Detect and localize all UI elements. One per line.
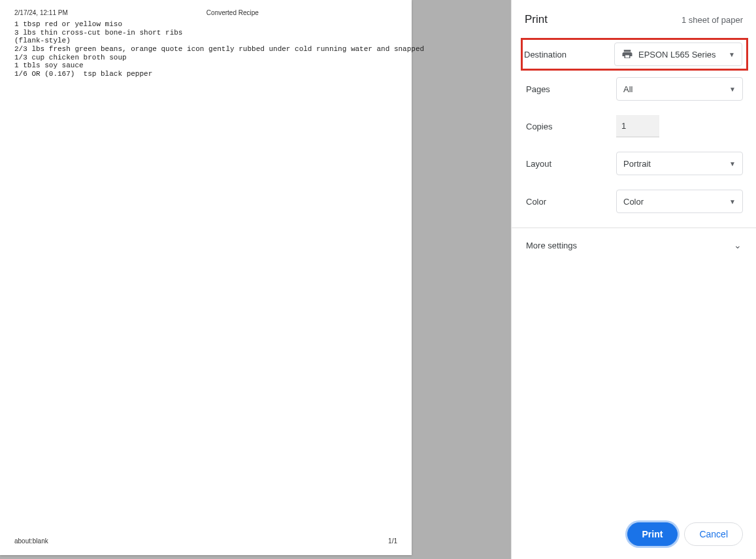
pages-select[interactable]: All ▼ — [616, 77, 743, 101]
color-value: Color — [623, 197, 644, 207]
cancel-button[interactable]: Cancel — [684, 522, 743, 546]
copies-row: Copies — [525, 115, 743, 137]
more-settings-toggle[interactable]: More settings ⌄ — [525, 228, 743, 262]
layout-row: Layout Portrait ▼ — [525, 152, 743, 175]
layout-value: Portrait — [623, 159, 651, 169]
pages-label: Pages — [525, 84, 616, 94]
page-header: 2/17/24, 12:11 PM Converted Recipe — [0, 0, 412, 16]
color-label: Color — [525, 197, 616, 207]
pages-value: All — [623, 84, 633, 94]
chevron-down-icon: ▼ — [729, 160, 736, 167]
print-button[interactable]: Print — [627, 522, 678, 546]
page-footer-left: about:blank — [14, 537, 48, 545]
print-preview-area: 2/17/24, 12:11 PM Converted Recipe 1 tbs… — [0, 0, 511, 559]
preview-page[interactable]: 2/17/24, 12:11 PM Converted Recipe 1 tbs… — [0, 0, 412, 555]
destination-label: Destination — [523, 50, 614, 59]
printer-icon — [621, 48, 633, 60]
pages-row: Pages All ▼ — [525, 77, 743, 101]
color-select[interactable]: Color ▼ — [616, 190, 743, 213]
layout-label: Layout — [525, 159, 616, 169]
chevron-down-icon: ⌄ — [734, 240, 742, 250]
print-sidebar: Print 1 sheet of paper Destination EPSON… — [511, 0, 756, 559]
copies-label: Copies — [525, 122, 616, 131]
chevron-down-icon: ▼ — [729, 86, 736, 93]
sidebar-header: Print 1 sheet of paper — [525, 13, 743, 26]
destination-row-highlight: Destination EPSON L565 Series ▼ — [521, 38, 748, 71]
sheet-count: 1 sheet of paper — [682, 15, 743, 25]
footer-buttons: Print Cancel — [512, 511, 756, 559]
color-row: Color Color ▼ — [525, 190, 743, 213]
sidebar-title: Print — [525, 13, 548, 26]
layout-select[interactable]: Portrait ▼ — [616, 152, 743, 175]
page-footer-right: 1/1 — [388, 537, 397, 545]
copies-input[interactable] — [616, 115, 659, 137]
destination-select[interactable]: EPSON L565 Series ▼ — [614, 42, 742, 66]
page-header-center: Converted Recipe — [68, 9, 397, 16]
page-body: 1 tbsp red or yellow miso 3 lbs thin cro… — [0, 16, 412, 78]
destination-value: EPSON L565 Series — [638, 50, 716, 59]
page-footer: about:blank 1/1 — [0, 537, 412, 545]
page-header-left: 2/17/24, 12:11 PM — [14, 9, 68, 16]
chevron-down-icon: ▼ — [729, 51, 735, 58]
chevron-down-icon: ▼ — [729, 198, 736, 205]
more-settings-label: More settings — [526, 241, 577, 250]
